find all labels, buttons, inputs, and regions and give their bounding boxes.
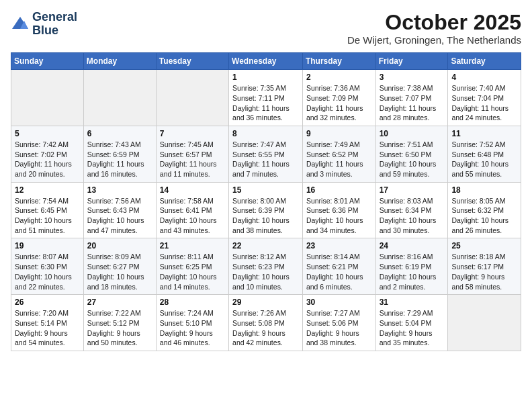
page-container: General Blue October 2025 De Wijert, Gro… <box>0 0 532 357</box>
calendar-header-row: SundayMondayTuesdayWednesdayThursdayFrid… <box>11 53 521 70</box>
calendar-day-cell: 21Sunrise: 8:11 AM Sunset: 6:25 PM Dayli… <box>156 238 228 295</box>
day-info: Sunrise: 8:11 AM Sunset: 6:25 PM Dayligh… <box>160 252 225 291</box>
logo-line2: Blue <box>32 24 77 38</box>
calendar-day-cell: 12Sunrise: 7:54 AM Sunset: 6:45 PM Dayli… <box>11 182 84 238</box>
day-info: Sunrise: 7:42 AM Sunset: 7:02 PM Dayligh… <box>15 140 80 179</box>
logo-icon <box>11 15 30 34</box>
day-info: Sunrise: 7:20 AM Sunset: 5:14 PM Dayligh… <box>15 308 80 348</box>
day-number: 5 <box>15 129 80 138</box>
calendar-day-cell: 28Sunrise: 7:24 AM Sunset: 5:10 PM Dayli… <box>156 295 228 351</box>
day-info: Sunrise: 7:24 AM Sunset: 5:10 PM Dayligh… <box>160 308 225 348</box>
calendar-day-cell: 27Sunrise: 7:22 AM Sunset: 5:12 PM Dayli… <box>83 295 156 351</box>
calendar-week-row: 5Sunrise: 7:42 AM Sunset: 7:02 PM Daylig… <box>11 126 521 182</box>
header: General Blue October 2025 De Wijert, Gro… <box>11 11 521 46</box>
calendar-day-cell: 5Sunrise: 7:42 AM Sunset: 7:02 PM Daylig… <box>11 126 84 182</box>
day-info: Sunrise: 7:40 AM Sunset: 7:04 PM Dayligh… <box>451 83 517 123</box>
day-number: 29 <box>232 298 299 307</box>
weekday-header: Friday <box>375 53 448 70</box>
day-info: Sunrise: 7:47 AM Sunset: 6:55 PM Dayligh… <box>232 140 299 179</box>
day-info: Sunrise: 8:16 AM Sunset: 6:19 PM Dayligh… <box>380 252 445 291</box>
calendar-day-cell: 8Sunrise: 7:47 AM Sunset: 6:55 PM Daylig… <box>229 126 303 182</box>
calendar-day-cell: 26Sunrise: 7:20 AM Sunset: 5:14 PM Dayli… <box>11 295 84 351</box>
day-number: 11 <box>451 129 517 138</box>
day-info: Sunrise: 7:49 AM Sunset: 6:52 PM Dayligh… <box>306 140 372 179</box>
weekday-header: Thursday <box>302 53 375 70</box>
day-info: Sunrise: 7:52 AM Sunset: 6:48 PM Dayligh… <box>451 140 517 179</box>
day-info: Sunrise: 8:14 AM Sunset: 6:21 PM Dayligh… <box>306 252 372 291</box>
calendar-day-cell: 11Sunrise: 7:52 AM Sunset: 6:48 PM Dayli… <box>448 126 521 182</box>
day-info: Sunrise: 8:07 AM Sunset: 6:30 PM Dayligh… <box>15 252 80 291</box>
day-info: Sunrise: 7:26 AM Sunset: 5:08 PM Dayligh… <box>232 308 299 348</box>
day-number: 27 <box>87 298 152 307</box>
day-info: Sunrise: 8:09 AM Sunset: 6:27 PM Dayligh… <box>87 252 152 291</box>
day-number: 19 <box>15 241 80 250</box>
calendar-day-cell: 25Sunrise: 8:18 AM Sunset: 6:17 PM Dayli… <box>448 238 521 295</box>
day-info: Sunrise: 7:22 AM Sunset: 5:12 PM Dayligh… <box>87 308 152 348</box>
calendar-day-cell: 6Sunrise: 7:43 AM Sunset: 6:59 PM Daylig… <box>83 126 156 182</box>
day-number: 15 <box>232 185 299 195</box>
calendar-day-cell: 22Sunrise: 8:12 AM Sunset: 6:23 PM Dayli… <box>229 238 303 295</box>
logo: General Blue <box>11 11 77 38</box>
day-number: 25 <box>451 241 517 250</box>
calendar-day-cell <box>448 295 521 351</box>
day-number: 4 <box>451 73 517 82</box>
calendar-day-cell: 1Sunrise: 7:35 AM Sunset: 7:11 PM Daylig… <box>229 70 303 126</box>
day-info: Sunrise: 7:29 AM Sunset: 5:04 PM Dayligh… <box>380 308 445 348</box>
day-info: Sunrise: 8:03 AM Sunset: 6:34 PM Dayligh… <box>380 196 445 236</box>
weekday-header: Tuesday <box>156 53 228 70</box>
day-number: 7 <box>160 129 225 138</box>
calendar-week-row: 26Sunrise: 7:20 AM Sunset: 5:14 PM Dayli… <box>11 295 521 351</box>
day-number: 9 <box>306 129 372 138</box>
calendar-week-row: 1Sunrise: 7:35 AM Sunset: 7:11 PM Daylig… <box>11 70 521 126</box>
day-number: 2 <box>306 73 372 82</box>
weekday-header: Wednesday <box>229 53 303 70</box>
day-number: 18 <box>451 185 517 195</box>
day-number: 3 <box>380 73 445 82</box>
weekday-header: Sunday <box>11 53 84 70</box>
day-info: Sunrise: 7:51 AM Sunset: 6:50 PM Dayligh… <box>380 140 445 179</box>
calendar-day-cell: 15Sunrise: 8:00 AM Sunset: 6:39 PM Dayli… <box>229 182 303 238</box>
calendar-day-cell <box>11 70 84 126</box>
calendar-table: SundayMondayTuesdayWednesdayThursdayFrid… <box>11 52 521 351</box>
day-number: 10 <box>380 129 445 138</box>
day-number: 17 <box>380 185 445 195</box>
calendar-day-cell: 10Sunrise: 7:51 AM Sunset: 6:50 PM Dayli… <box>375 126 448 182</box>
day-number: 14 <box>160 185 225 195</box>
day-info: Sunrise: 8:18 AM Sunset: 6:17 PM Dayligh… <box>451 252 517 291</box>
day-number: 24 <box>380 241 445 250</box>
page-title: October 2025 <box>347 11 521 34</box>
day-number: 31 <box>380 298 445 307</box>
calendar-day-cell: 2Sunrise: 7:36 AM Sunset: 7:09 PM Daylig… <box>302 70 375 126</box>
day-number: 23 <box>306 241 372 250</box>
day-info: Sunrise: 7:36 AM Sunset: 7:09 PM Dayligh… <box>306 83 372 123</box>
day-info: Sunrise: 8:12 AM Sunset: 6:23 PM Dayligh… <box>232 252 299 291</box>
title-block: October 2025 De Wijert, Groningen, The N… <box>347 11 521 46</box>
calendar-day-cell: 17Sunrise: 8:03 AM Sunset: 6:34 PM Dayli… <box>375 182 448 238</box>
day-info: Sunrise: 7:43 AM Sunset: 6:59 PM Dayligh… <box>87 140 152 179</box>
day-info: Sunrise: 7:38 AM Sunset: 7:07 PM Dayligh… <box>380 83 445 123</box>
calendar-day-cell: 30Sunrise: 7:27 AM Sunset: 5:06 PM Dayli… <box>302 295 375 351</box>
day-info: Sunrise: 7:56 AM Sunset: 6:43 PM Dayligh… <box>87 196 152 236</box>
day-number: 16 <box>306 185 372 195</box>
day-info: Sunrise: 7:27 AM Sunset: 5:06 PM Dayligh… <box>306 308 372 348</box>
calendar-day-cell <box>83 70 156 126</box>
day-info: Sunrise: 7:54 AM Sunset: 6:45 PM Dayligh… <box>15 196 80 236</box>
day-number: 22 <box>232 241 299 250</box>
calendar-day-cell: 29Sunrise: 7:26 AM Sunset: 5:08 PM Dayli… <box>229 295 303 351</box>
calendar-day-cell: 13Sunrise: 7:56 AM Sunset: 6:43 PM Dayli… <box>83 182 156 238</box>
day-info: Sunrise: 8:00 AM Sunset: 6:39 PM Dayligh… <box>232 196 299 236</box>
logo-text: General Blue <box>32 11 77 38</box>
calendar-day-cell: 24Sunrise: 8:16 AM Sunset: 6:19 PM Dayli… <box>375 238 448 295</box>
day-number: 28 <box>160 298 225 307</box>
calendar-day-cell: 23Sunrise: 8:14 AM Sunset: 6:21 PM Dayli… <box>302 238 375 295</box>
day-number: 21 <box>160 241 225 250</box>
day-number: 6 <box>87 129 152 138</box>
calendar-day-cell <box>156 70 228 126</box>
day-info: Sunrise: 7:45 AM Sunset: 6:57 PM Dayligh… <box>160 140 225 179</box>
calendar-day-cell: 19Sunrise: 8:07 AM Sunset: 6:30 PM Dayli… <box>11 238 84 295</box>
calendar-day-cell: 14Sunrise: 7:58 AM Sunset: 6:41 PM Dayli… <box>156 182 228 238</box>
calendar-day-cell: 20Sunrise: 8:09 AM Sunset: 6:27 PM Dayli… <box>83 238 156 295</box>
day-number: 13 <box>87 185 152 195</box>
weekday-header: Monday <box>83 53 156 70</box>
day-info: Sunrise: 7:58 AM Sunset: 6:41 PM Dayligh… <box>160 196 225 236</box>
